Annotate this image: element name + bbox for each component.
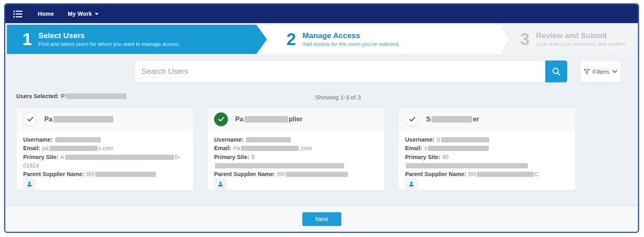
field-parent-supplier: Parent Supplier Name:BR: [23, 171, 157, 177]
redaction-bar: [441, 137, 489, 142]
user-profile-button[interactable]: [405, 179, 417, 189]
user-card-body: Username:S Email:s Primary Site:90 Paren…: [399, 131, 575, 193]
user-card: Pa Username: Email:pas.com Primary Site:…: [16, 108, 194, 190]
field-username: Username:: [23, 136, 102, 143]
field-email: Email:Pa.com: [214, 145, 312, 151]
next-button[interactable]: Next: [302, 212, 341, 226]
step-3-review-submit[interactable]: 3 Review and Submit Look over your selec…: [502, 25, 636, 54]
results-count: Showing 1-3 of 3: [315, 94, 361, 101]
user-card-header: Paplier: [208, 108, 384, 131]
select-user-checkbox[interactable]: [405, 112, 419, 126]
step-1-title: Select Users: [38, 31, 180, 41]
filters-button[interactable]: Filters: [580, 60, 621, 82]
user-card-title: Pa: [44, 116, 114, 123]
step-1-number: 1: [22, 31, 32, 48]
redaction-bar: [286, 172, 348, 177]
redaction-bar: [244, 116, 288, 123]
magnifier-icon: [552, 67, 561, 76]
nav-my-work-label: My Work: [68, 11, 92, 17]
field-parent-supplier: Parent Supplier Name:BRC: [405, 171, 539, 177]
nav-home-label: Home: [38, 11, 54, 17]
step-2-title: Manage Access: [302, 31, 400, 41]
check-icon: [218, 117, 224, 122]
check-icon: [27, 117, 33, 122]
step-3-title: Review and Submit: [536, 31, 627, 41]
select-user-checkbox[interactable]: [214, 112, 228, 126]
filter-funnel-icon: [584, 69, 590, 74]
step-3-number: 3: [520, 31, 529, 48]
redaction-bar: [406, 163, 528, 168]
top-navbar: Home My Work: [5, 4, 638, 23]
hamburger-menu-icon[interactable]: [12, 8, 24, 20]
person-icon: [218, 181, 223, 187]
search-button[interactable]: [545, 60, 567, 82]
search-input[interactable]: [134, 60, 546, 82]
user-card: Ser Username:S Email:s Primary Site:90 P…: [398, 108, 576, 190]
caret-down-icon: [95, 13, 99, 15]
status-row: Users Selected: P Showing 1-3 of 3: [5, 93, 638, 103]
app-window: Home My Work 1 Select Users Find and sel…: [4, 3, 639, 233]
step-1-subtitle: Find and select users for whom you want …: [38, 41, 180, 48]
field-parent-supplier: Parent Supplier Name:BR: [214, 171, 349, 177]
user-card-title: Paplier: [235, 116, 302, 123]
nav-item-home[interactable]: Home: [38, 11, 54, 17]
user-card-body: Username: Email:Pa.com Primary Site:9 Pa…: [208, 131, 384, 193]
redaction-bar: [65, 155, 174, 160]
redaction-bar: [432, 116, 472, 123]
user-card-header: Pa: [17, 108, 193, 131]
check-icon: [409, 117, 415, 122]
step-2-subtitle: Add access for the users you've selected…: [302, 41, 400, 48]
user-profile-button[interactable]: [214, 179, 226, 189]
step-1-select-users[interactable]: 1 Select Users Find and select users for…: [7, 25, 267, 54]
users-selected-label: Users Selected:: [16, 93, 59, 99]
step-2-manage-access[interactable]: 2 Manage Access Add access for the users…: [267, 25, 502, 54]
filters-label: Filters: [593, 68, 609, 75]
user-card-header: Ser: [399, 108, 575, 131]
redaction-bar: [55, 137, 101, 142]
redaction-bar: [95, 172, 156, 177]
user-card-body: Username: Email:pas.com Primary Site:AD-…: [17, 131, 193, 193]
redaction-bar: [428, 146, 489, 151]
title-text: S: [426, 116, 431, 123]
field-primary-site: Primary Site:9: [214, 154, 345, 169]
redaction-bar: [477, 172, 534, 177]
users-selected-value: P: [61, 93, 65, 99]
field-primary-site: Primary Site:90: [405, 154, 529, 169]
list-menu-icon: [13, 11, 22, 17]
step-2-number: 2: [286, 31, 296, 48]
user-card: Paplier Username: Email:Pa.com Primary S…: [207, 108, 385, 190]
nav-item-my-work[interactable]: My Work: [68, 11, 99, 17]
redaction-bar: [53, 116, 113, 123]
redaction-bar: [50, 146, 98, 151]
person-icon: [409, 181, 414, 187]
user-card-title: Ser: [426, 116, 479, 123]
title-text: plier: [289, 116, 303, 123]
field-primary-site: Primary Site:AD-01824: [23, 154, 181, 169]
search-row: Filters: [5, 60, 638, 82]
person-icon: [27, 181, 32, 187]
field-username: Username:S: [405, 136, 490, 143]
redaction-bar: [241, 146, 299, 151]
select-user-checkbox[interactable]: [23, 112, 37, 126]
step-3-subtitle: Look over your selections and confirm.: [536, 41, 627, 48]
user-profile-button[interactable]: [23, 179, 35, 189]
redaction-bar: [215, 163, 344, 168]
wizard-stepper: 1 Select Users Find and select users for…: [7, 25, 636, 54]
field-email: Email:s: [405, 145, 490, 151]
user-cards-row: Pa Username: Email:pas.com Primary Site:…: [5, 103, 638, 190]
field-email: Email:pas.com: [23, 145, 113, 151]
redaction-bar: [246, 137, 291, 142]
title-text: Pa: [44, 116, 52, 123]
chevron-down-icon: [612, 70, 617, 73]
redaction-bar: [65, 93, 126, 99]
wizard-footer: Next: [5, 206, 638, 232]
title-text: Pa: [235, 116, 243, 123]
title-text: er: [473, 116, 479, 123]
field-username: Username:: [214, 136, 292, 143]
